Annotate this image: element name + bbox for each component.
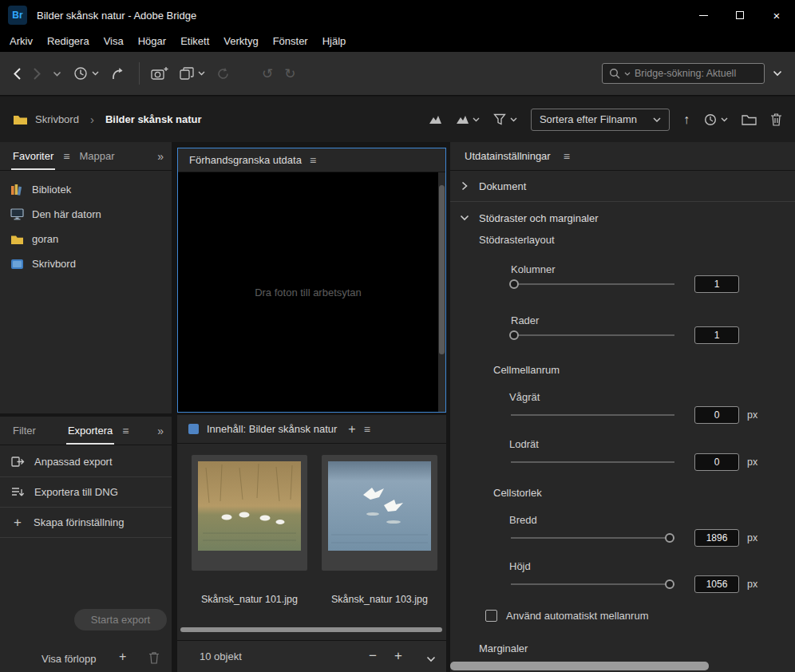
folder-icon bbox=[13, 113, 28, 125]
new-tab-icon[interactable]: + bbox=[345, 415, 358, 443]
settings-horizontal-scrollbar[interactable] bbox=[450, 662, 709, 670]
panel-menu-icon[interactable]: ≡ bbox=[564, 150, 570, 163]
stack-button[interactable] bbox=[180, 67, 205, 81]
export-item-anpassad[interactable]: Anpassad export bbox=[0, 447, 172, 477]
forward-button[interactable] bbox=[33, 67, 42, 81]
vertical-value-input[interactable]: 0 bbox=[694, 453, 739, 471]
start-export-button[interactable]: Starta export bbox=[74, 609, 167, 630]
content-panel-header: Innehåll: Bilder skånsk natur + ≡ bbox=[177, 415, 446, 444]
new-folder-icon[interactable] bbox=[742, 113, 757, 125]
computer-icon bbox=[10, 208, 24, 220]
tab-exportera[interactable]: Exportera bbox=[66, 417, 114, 445]
search-icon bbox=[609, 68, 620, 79]
back-button[interactable] bbox=[13, 67, 22, 81]
show-progress-label[interactable]: Visa förlopp bbox=[42, 653, 96, 665]
width-value-input[interactable]: 1896 bbox=[694, 529, 739, 547]
zoom-out-icon[interactable]: − bbox=[369, 648, 377, 664]
preview-vertical-scrollbar[interactable] bbox=[438, 172, 445, 412]
undo-button[interactable]: ↺ bbox=[262, 65, 273, 82]
favorites-item-skrivbord[interactable]: Skrivbord bbox=[0, 251, 172, 276]
horizontal-slider[interactable] bbox=[511, 409, 674, 421]
section-dokument[interactable]: Dokument bbox=[450, 171, 795, 201]
chevron-down-icon bbox=[53, 71, 61, 77]
favorites-item-goran[interactable]: goran bbox=[0, 227, 172, 251]
sort-dropdown[interactable]: Sortera efter Filnamn bbox=[531, 109, 670, 131]
menu-verktyg[interactable]: Verktyg bbox=[216, 30, 265, 52]
menu-arkiv[interactable]: Arkiv bbox=[2, 30, 40, 52]
path-bar: Skrivbord › Bilder skånsk natur Sortera … bbox=[0, 97, 795, 142]
rotate-options-button[interactable] bbox=[703, 113, 728, 127]
menu-fonster[interactable]: Fönster bbox=[266, 30, 315, 52]
trash-icon[interactable] bbox=[770, 113, 782, 126]
horizontal-value-input[interactable]: 0 bbox=[694, 406, 739, 424]
panel-menu-icon[interactable]: ≡ bbox=[302, 148, 324, 172]
columns-slider[interactable] bbox=[511, 279, 674, 290]
preview-canvas[interactable]: Dra foton till arbetsytan bbox=[178, 172, 438, 412]
minimize-button[interactable] bbox=[685, 0, 722, 30]
menu-hjalp[interactable]: Hjälp bbox=[315, 30, 354, 52]
rows-value-input[interactable]: 1 bbox=[694, 326, 739, 344]
slider-knob[interactable] bbox=[665, 579, 674, 589]
rows-slider[interactable] bbox=[511, 330, 674, 341]
section-stodraster[interactable]: Stödraster och marginaler bbox=[450, 203, 795, 233]
content-horizontal-scrollbar[interactable] bbox=[180, 627, 442, 632]
tab-favoriter[interactable]: Favoriter bbox=[11, 142, 55, 170]
file-name-label[interactable]: Skånsk_natur 101.jpg bbox=[192, 594, 307, 605]
boomerang-button[interactable] bbox=[110, 66, 125, 81]
breadcrumb-current[interactable]: Bilder skånsk natur bbox=[105, 113, 202, 125]
favorites-item-den-har-datorn[interactable]: Den här datorn bbox=[0, 202, 172, 227]
thumbnail-quality-options[interactable] bbox=[456, 114, 480, 125]
redo-button[interactable]: ↻ bbox=[284, 65, 295, 82]
panel-menu-icon[interactable]: ≡ bbox=[114, 417, 136, 445]
maximize-button[interactable] bbox=[722, 0, 758, 30]
export-item-skapa-forinstallning[interactable]: + Skapa förinställning bbox=[0, 508, 172, 538]
export-item-dng[interactable]: Exportera till DNG bbox=[0, 477, 172, 508]
favorites-panel-header: Favoriter ≡ Mappar » bbox=[0, 142, 172, 171]
width-slider[interactable] bbox=[511, 532, 674, 544]
zoom-in-icon[interactable]: + bbox=[394, 648, 402, 664]
height-slider[interactable] bbox=[511, 579, 674, 590]
filter-button[interactable] bbox=[493, 113, 517, 125]
tab-mappar[interactable]: Mappar bbox=[77, 142, 116, 170]
slider-knob[interactable] bbox=[665, 533, 674, 543]
panel-menu-icon[interactable]: ≡ bbox=[55, 142, 77, 170]
thumbnail-card[interactable] bbox=[322, 455, 437, 571]
menu-hogar[interactable]: Högar bbox=[131, 30, 173, 52]
thumbnail-card[interactable] bbox=[192, 455, 307, 571]
add-icon[interactable]: + bbox=[119, 650, 126, 664]
recent-files-button[interactable] bbox=[73, 65, 99, 81]
navigation-dropdown[interactable] bbox=[53, 71, 61, 77]
breadcrumb-root[interactable]: Skrivbord bbox=[35, 113, 79, 125]
minimize-icon bbox=[699, 15, 708, 16]
search-area: Bridge-sökning: Aktuell bbox=[602, 63, 782, 84]
view-options-chevron-icon[interactable] bbox=[426, 653, 436, 665]
refresh-button[interactable] bbox=[216, 67, 230, 81]
favorites-item-bibliotek[interactable]: Bibliotek bbox=[0, 177, 172, 202]
scrollbar-thumb[interactable] bbox=[439, 185, 445, 354]
panel-menu-icon[interactable]: ≡ bbox=[359, 415, 375, 443]
columns-value-input[interactable]: 1 bbox=[694, 275, 739, 293]
trash-icon[interactable] bbox=[148, 651, 160, 666]
auto-spacing-checkbox[interactable] bbox=[485, 610, 497, 622]
tab-filter[interactable]: Filter bbox=[11, 417, 38, 445]
collapse-panel-icon[interactable]: » bbox=[157, 142, 172, 170]
slider-track bbox=[511, 583, 674, 585]
vertical-slider[interactable] bbox=[511, 457, 674, 468]
menu-etikett[interactable]: Etikett bbox=[173, 30, 216, 52]
close-button[interactable]: × bbox=[758, 0, 795, 30]
search-options-chevron-icon[interactable] bbox=[773, 70, 782, 77]
file-name-label[interactable]: Skånsk_natur 103.jpg bbox=[322, 594, 437, 605]
slider-knob[interactable] bbox=[509, 279, 519, 289]
menu-redigera[interactable]: Redigera bbox=[40, 30, 97, 52]
thumbnail-quality-icon[interactable] bbox=[429, 114, 442, 125]
collapse-panel-icon[interactable]: » bbox=[157, 417, 172, 445]
menu-visa[interactable]: Visa bbox=[97, 30, 131, 52]
get-photos-from-camera-button[interactable] bbox=[151, 66, 168, 81]
slider-knob[interactable] bbox=[509, 330, 519, 340]
sort-ascending-button[interactable]: ↑ bbox=[683, 113, 690, 127]
view-mode-icon[interactable] bbox=[188, 424, 199, 434]
settings-panel-title: Utdatainställningar bbox=[465, 150, 551, 162]
height-value-input[interactable]: 1056 bbox=[694, 575, 739, 593]
search-input[interactable]: Bridge-sökning: Aktuell bbox=[602, 63, 765, 84]
export-item-label: Skapa förinställning bbox=[34, 516, 124, 528]
